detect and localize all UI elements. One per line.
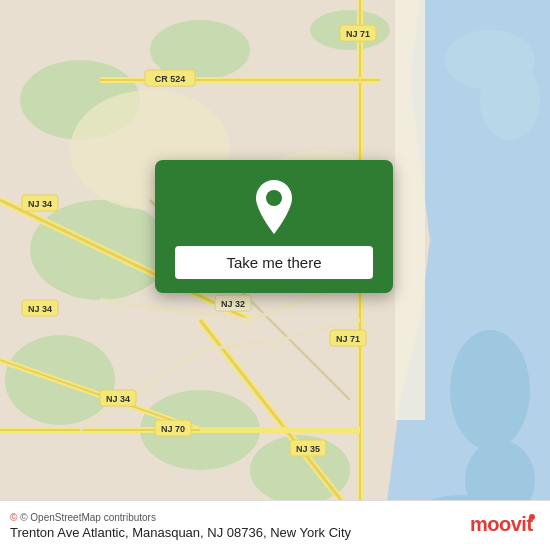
svg-point-2 [450, 330, 530, 450]
svg-point-60 [529, 514, 535, 520]
moovit-logo: moovit [470, 509, 540, 542]
svg-text:NJ 34: NJ 34 [28, 199, 52, 209]
map-container: CR 524 NJ 71 71 NJ 71 NJ 34 NJ 34 NJ 34 … [0, 0, 550, 550]
svg-text:NJ 71: NJ 71 [346, 29, 370, 39]
osm-attribution: © © OpenStreetMap contributors [10, 512, 351, 523]
address-label: Trenton Ave Atlantic, Manasquan, NJ 0873… [10, 525, 351, 540]
svg-text:NJ 35: NJ 35 [296, 444, 320, 454]
svg-text:NJ 32: NJ 32 [221, 299, 245, 309]
svg-point-58 [266, 190, 282, 206]
bottom-left-info: © © OpenStreetMap contributors Trenton A… [10, 512, 351, 540]
svg-text:NJ 71: NJ 71 [336, 334, 360, 344]
svg-text:NJ 34: NJ 34 [106, 394, 130, 404]
svg-text:NJ 34: NJ 34 [28, 304, 52, 314]
svg-text:CR 524: CR 524 [155, 74, 186, 84]
location-pin-icon [250, 178, 298, 236]
svg-rect-54 [395, 0, 425, 420]
svg-text:moovit: moovit [470, 513, 533, 535]
location-card: Take me there [155, 160, 393, 293]
take-me-there-button[interactable]: Take me there [175, 246, 373, 279]
moovit-brand-text: moovit [470, 509, 540, 542]
svg-point-56 [480, 60, 540, 140]
svg-text:NJ 70: NJ 70 [161, 424, 185, 434]
bottom-bar: © © OpenStreetMap contributors Trenton A… [0, 500, 550, 550]
